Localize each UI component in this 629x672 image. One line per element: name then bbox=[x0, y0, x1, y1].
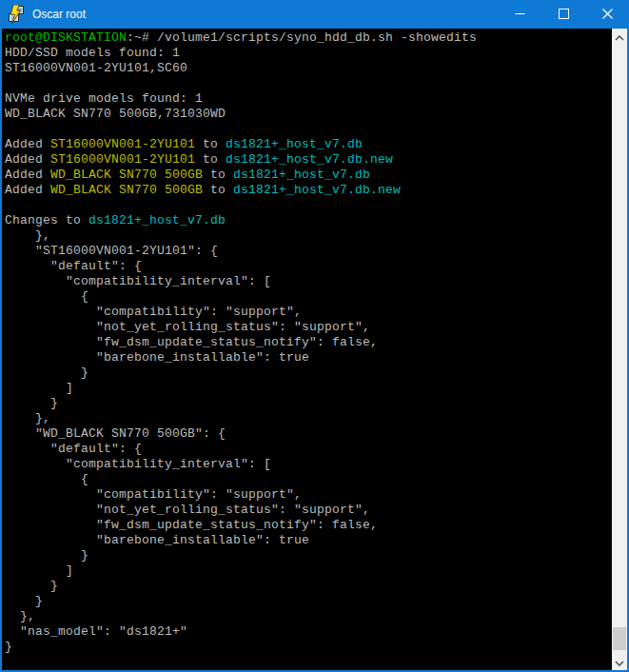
terminal-text-segment: WD_BLACK SN770 500GB bbox=[50, 168, 203, 182]
terminal-text-segment: root@DISKSTATION bbox=[5, 30, 127, 45]
terminal-line: "WD_BLACK SN770 500GB": { bbox=[5, 426, 612, 442]
terminal-line: }, bbox=[5, 228, 612, 244]
terminal-line: "default": { bbox=[5, 259, 612, 274]
terminal-text-segment: :~# /volume1/scripts/syno_hdd_db.sh -sho… bbox=[127, 30, 477, 45]
terminal-text-segment: "barebone_installable": true bbox=[5, 533, 309, 547]
terminal-text-segment: { bbox=[5, 289, 88, 304]
terminal-text-segment: "fw_dsm_update_status_notify": false, bbox=[5, 335, 378, 349]
terminal-line: Added WD_BLACK SN770 500GB to ds1821+_ho… bbox=[5, 183, 612, 198]
terminal-output[interactable]: root@DISKSTATION:~# /volume1/scripts/syn… bbox=[2, 29, 612, 670]
scroll-down-button[interactable] bbox=[612, 654, 627, 670]
terminal-line: "compatibility_interval": [ bbox=[5, 457, 612, 472]
terminal-text-segment: to bbox=[195, 152, 226, 167]
terminal-text-segment: } bbox=[5, 366, 88, 380]
terminal-line: { bbox=[5, 472, 612, 487]
terminal-text-segment: ST16000VN001-2YU101,SC60 bbox=[5, 61, 187, 75]
terminal-text-segment: ds1821+_host_v7.db bbox=[88, 213, 226, 227]
terminal-text-segment: WD_BLACK SN770 500GB,731030WD bbox=[5, 107, 226, 121]
terminal-text-segment: } bbox=[5, 640, 12, 654]
minimize-button[interactable] bbox=[498, 0, 541, 29]
terminal-text-segment: "compatibility_interval": [ bbox=[5, 274, 271, 288]
minimize-icon bbox=[515, 8, 525, 22]
terminal-line: ] bbox=[5, 381, 612, 396]
terminal-text-segment: "compatibility_interval": [ bbox=[5, 457, 271, 471]
terminal-text-segment: "not_yet_rolling_status": "support", bbox=[5, 320, 370, 334]
terminal-text-segment: "ST16000VN001-2YU101": { bbox=[5, 244, 218, 258]
window-controls bbox=[498, 0, 629, 29]
terminal-line: ST16000VN001-2YU101,SC60 bbox=[5, 61, 612, 76]
terminal-line: "barebone_installable": true bbox=[5, 533, 612, 548]
terminal-text-segment: "WD_BLACK SN770 500GB": { bbox=[5, 426, 226, 441]
terminal-line: "nas_model": "ds1821+" bbox=[5, 624, 612, 640]
terminal-text-segment: "default": { bbox=[5, 259, 142, 273]
terminal-text-segment: Added bbox=[5, 152, 50, 167]
terminal-text-segment: ST16000VN001-2YU101 bbox=[50, 152, 195, 167]
terminal-text-segment: WD_BLACK SN770 500GB bbox=[50, 183, 203, 197]
terminal-text-segment: }, bbox=[5, 609, 35, 623]
client-area: root@DISKSTATION:~# /volume1/scripts/syn… bbox=[2, 29, 627, 670]
scrollbar[interactable] bbox=[612, 29, 627, 670]
putty-icon[interactable] bbox=[7, 5, 26, 24]
terminal-line: "fw_dsm_update_status_notify": false, bbox=[5, 335, 612, 350]
terminal-text-segment: ] bbox=[5, 381, 73, 395]
terminal-line: NVMe drive models found: 1 bbox=[5, 91, 612, 107]
maximize-button[interactable] bbox=[541, 0, 585, 29]
terminal-text-segment: Changes to bbox=[5, 213, 88, 227]
terminal-text-segment: ds1821+_host_v7.db.new bbox=[233, 183, 401, 197]
window-title: Oscar root bbox=[32, 8, 498, 21]
terminal-text-segment: Added bbox=[5, 137, 50, 151]
terminal-text-segment: ds1821+_host_v7.db bbox=[226, 137, 363, 151]
terminal-line: Added ST16000VN001-2YU101 to ds1821+_hos… bbox=[5, 152, 612, 168]
terminal-line: "compatibility_interval": [ bbox=[5, 274, 612, 289]
putty-window: Oscar root bbox=[0, 0, 629, 672]
terminal-text-segment: ds1821+_host_v7.db.new bbox=[226, 152, 393, 167]
terminal-text-segment: "not_yet_rolling_status": "support", bbox=[5, 503, 370, 517]
terminal-text-segment: ] bbox=[5, 563, 73, 578]
terminal-text-segment: "fw_dsm_update_status_notify": false, bbox=[5, 518, 378, 532]
terminal-line: "not_yet_rolling_status": "support", bbox=[5, 503, 612, 518]
terminal-line: }, bbox=[5, 609, 612, 624]
terminal-text-segment: } bbox=[5, 579, 58, 593]
terminal-line bbox=[5, 198, 612, 213]
terminal-line bbox=[5, 122, 612, 137]
terminal-text-segment: "default": { bbox=[5, 442, 142, 456]
scrollbar-thumb[interactable] bbox=[613, 627, 626, 650]
terminal-text-segment: ds1821+_host_v7.db bbox=[233, 168, 370, 182]
terminal-line: } bbox=[5, 548, 612, 563]
terminal-line: Added ST16000VN001-2YU101 to ds1821+_hos… bbox=[5, 137, 612, 152]
chevron-down-icon bbox=[615, 655, 624, 669]
terminal-text-segment: ST16000VN001-2YU101 bbox=[50, 137, 195, 151]
scroll-up-button[interactable] bbox=[612, 29, 627, 45]
titlebar[interactable]: Oscar root bbox=[0, 0, 629, 29]
terminal-line: "barebone_installable": true bbox=[5, 350, 612, 366]
terminal-text-segment: to bbox=[203, 183, 233, 197]
terminal-line: } bbox=[5, 579, 612, 594]
terminal-line: { bbox=[5, 289, 612, 305]
terminal-text-segment: "compatibility": "support", bbox=[5, 305, 302, 319]
close-icon bbox=[602, 8, 613, 22]
terminal-line bbox=[5, 76, 612, 91]
terminal-line: "compatibility": "support", bbox=[5, 487, 612, 503]
terminal-line: }, bbox=[5, 411, 612, 426]
terminal-line: "compatibility": "support", bbox=[5, 305, 612, 320]
terminal-line: Added WD_BLACK SN770 500GB to ds1821+_ho… bbox=[5, 168, 612, 183]
terminal-line: "fw_dsm_update_status_notify": false, bbox=[5, 518, 612, 533]
terminal-text-segment: to bbox=[203, 168, 233, 182]
terminal-line: HDD/SSD models found: 1 bbox=[5, 46, 612, 61]
terminal-line: WD_BLACK SN770 500GB,731030WD bbox=[5, 107, 612, 122]
terminal-line: "ST16000VN001-2YU101": { bbox=[5, 244, 612, 259]
terminal-text-segment: Added bbox=[5, 168, 50, 182]
terminal-line: } bbox=[5, 594, 612, 609]
terminal-text-segment: to bbox=[195, 137, 226, 151]
maximize-icon bbox=[559, 8, 569, 22]
terminal-text-segment: } bbox=[5, 396, 58, 410]
close-button[interactable] bbox=[585, 0, 629, 29]
terminal-text-segment: }, bbox=[5, 228, 50, 243]
terminal-line: "default": { bbox=[5, 442, 612, 457]
terminal-text-segment: "compatibility": "support", bbox=[5, 487, 302, 502]
terminal-text-segment: Added bbox=[5, 183, 50, 197]
terminal-text-segment: HDD/SSD models found: 1 bbox=[5, 46, 180, 60]
terminal-text-segment: } bbox=[5, 548, 88, 563]
terminal-line: ] bbox=[5, 563, 612, 579]
terminal-text-segment: NVMe drive models found: 1 bbox=[5, 91, 203, 106]
